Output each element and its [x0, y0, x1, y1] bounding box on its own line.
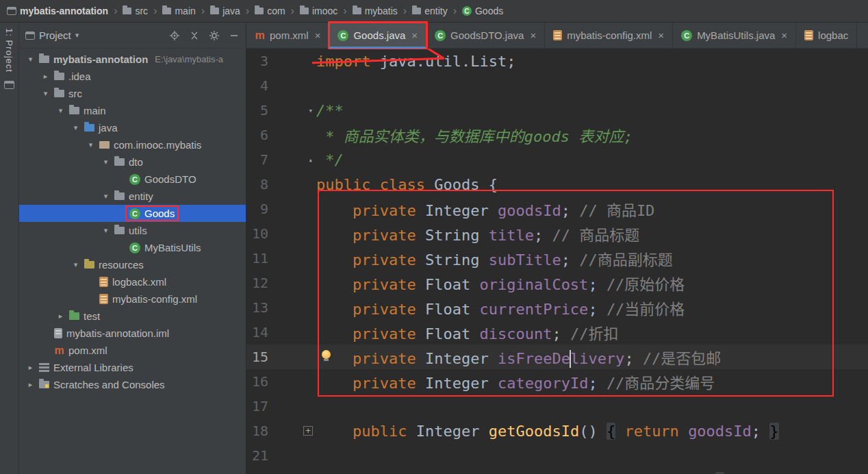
line-number[interactable]: 3 — [246, 53, 268, 69]
code-text[interactable]: private Integer isFreeDelivery; //是否包邮 — [316, 346, 868, 368]
unfold-marker-icon[interactable]: + — [303, 426, 313, 436]
tree-collapse-arrow-icon[interactable]: ▾ — [85, 140, 97, 149]
line-number[interactable]: 14 — [246, 324, 268, 340]
code-text[interactable]: */ — [316, 151, 868, 169]
code-line-6[interactable]: 6 * 商品实体类，与数据库中的goods 表对应; — [246, 123, 868, 147]
code-text[interactable]: private Integer goodsId; // 商品ID — [316, 198, 868, 220]
tree-expand-arrow-icon[interactable]: ▸ — [25, 363, 36, 372]
tree-item-mybatis-annotation-iml[interactable]: mybatis-annotation.iml — [19, 325, 246, 342]
tree-expand-arrow-icon[interactable]: ▸ — [25, 380, 36, 389]
line-number[interactable]: 15 — [246, 349, 268, 365]
close-tab-icon[interactable]: × — [315, 29, 321, 41]
tree-collapse-arrow-icon[interactable]: ▾ — [25, 55, 36, 64]
tree-item-dto[interactable]: ▾dto — [19, 153, 246, 171]
code-text[interactable]: private String title; // 商品标题 — [316, 223, 868, 245]
tree-item-utils[interactable]: ▾utils — [19, 222, 246, 239]
locate-file-icon[interactable] — [169, 30, 180, 41]
line-number[interactable]: 4 — [246, 77, 268, 94]
hide-panel-icon[interactable] — [229, 30, 240, 41]
tree-item-src[interactable]: ▾src — [19, 85, 246, 102]
tree-collapse-arrow-icon[interactable]: ▾ — [70, 260, 81, 269]
tree-expand-arrow-icon[interactable]: ▸ — [40, 72, 51, 81]
breadcrumb-item-entity[interactable]: entity — [412, 5, 447, 16]
breadcrumb-item-java[interactable]: java — [210, 5, 240, 16]
breadcrumb-item-mybatis-annotation[interactable]: mybatis-annotation — [7, 5, 108, 16]
code-line-3[interactable]: 3import java.util.List; — [246, 49, 868, 73]
tree-item-com-imooc-mybatis[interactable]: ▾com.imooc.mybatis — [19, 136, 246, 153]
line-number[interactable]: 11 — [246, 250, 268, 266]
fold-marker-icon[interactable]: ▴ — [308, 155, 313, 164]
tab-goods-java[interactable]: CGoods.java× — [329, 23, 426, 48]
tree-item-pom-xml[interactable]: mpom.xml — [19, 342, 246, 359]
code-text[interactable]: private Float discount; //折扣 — [316, 321, 868, 343]
tree-collapse-arrow-icon[interactable]: ▾ — [100, 226, 112, 235]
code-line-17[interactable]: 17 — [246, 394, 868, 419]
tree-item-mybatis-config-xml[interactable]: mybatis-config.xml — [19, 290, 246, 308]
code-line-22[interactable]: 22 public void setGoodsId(Integer goodsI… — [246, 468, 868, 474]
breadcrumb-item-src[interactable]: src — [123, 5, 148, 16]
tab-logbac[interactable]: logbac — [796, 23, 857, 48]
tree-item-java[interactable]: ▾java — [19, 119, 246, 136]
tree-collapse-arrow-icon[interactable]: ▾ — [55, 106, 66, 115]
code-line-11[interactable]: 11 private String subTitle; //商品副标题 — [246, 246, 868, 271]
tree-item-logback-xml[interactable]: logback.xml — [19, 273, 246, 290]
code-text[interactable]: private String subTitle; //商品副标题 — [316, 247, 868, 269]
tree-item-scratches-and-consoles[interactable]: ▸Scratches and Consoles — [19, 376, 246, 393]
breadcrumb-item-goods[interactable]: CGoods — [462, 5, 503, 16]
close-tab-icon[interactable]: × — [658, 29, 664, 41]
breadcrumb-item-imooc[interactable]: imooc — [300, 5, 337, 16]
code-line-18[interactable]: 18+ public Integer getGoodsId() { return… — [246, 419, 868, 443]
code-line-15[interactable]: 15 private Integer isFreeDelivery; //是否包… — [246, 345, 868, 369]
tab-pom-xml[interactable]: mpom.xml× — [246, 23, 329, 48]
code-line-21[interactable]: 21 — [246, 443, 868, 468]
line-number[interactable]: 6 — [246, 127, 268, 143]
tab-mybatisutils-java[interactable]: CMyBatisUtils.java× — [673, 23, 796, 48]
code-line-12[interactable]: 12 private Float originalCost; //原始价格 — [246, 271, 868, 295]
line-number[interactable]: 5 — [246, 102, 268, 118]
code-line-5[interactable]: 5▾/** — [246, 98, 868, 123]
code-line-4[interactable]: 4 — [246, 73, 868, 98]
code-text[interactable]: private Float originalCost; //原始价格 — [316, 272, 868, 294]
tree-collapse-arrow-icon[interactable]: ▾ — [100, 192, 112, 201]
close-tab-icon[interactable]: × — [781, 29, 787, 41]
collapse-all-icon[interactable] — [189, 30, 200, 41]
tree-item-mybatis-annotation[interactable]: ▾mybatis-annotationE:\java\mybatis-a — [19, 51, 246, 68]
line-number[interactable]: 13 — [246, 299, 268, 316]
code-line-16[interactable]: 16 private Integer categoryId; //商品分类编号 — [246, 369, 868, 394]
tree-item-entity[interactable]: ▾entity — [19, 188, 246, 205]
line-number[interactable]: 9 — [246, 201, 268, 217]
tree-item-external-libraries[interactable]: ▸External Libraries — [19, 359, 246, 376]
tree-item-goods[interactable]: CGoods — [19, 205, 246, 222]
tree-collapse-arrow-icon[interactable]: ▾ — [100, 158, 112, 166]
line-number[interactable]: 10 — [246, 225, 268, 242]
line-number[interactable]: 18 — [246, 423, 268, 439]
line-number[interactable]: 7 — [246, 151, 268, 168]
tree-item-idea[interactable]: ▸.idea — [19, 68, 246, 85]
breadcrumb-item-com[interactable]: com — [255, 5, 285, 16]
code-line-10[interactable]: 10 private String title; // 商品标题 — [246, 221, 868, 246]
close-tab-icon[interactable]: × — [411, 29, 418, 41]
code-line-9[interactable]: 9 private Integer goodsId; // 商品ID — [246, 197, 868, 221]
tree-collapse-arrow-icon[interactable]: ▾ — [40, 89, 51, 98]
tree-collapse-arrow-icon[interactable]: ▾ — [70, 123, 81, 132]
tree-item-goodsdto[interactable]: CGoodsDTO — [19, 171, 246, 188]
line-number[interactable]: 16 — [246, 373, 268, 390]
tree-item-mybatisutils[interactable]: CMyBatisUtils — [19, 239, 246, 256]
tree-item-test[interactable]: ▸test — [19, 308, 246, 325]
breadcrumb-item-main[interactable]: main — [162, 5, 195, 16]
code-line-14[interactable]: 14 private Float discount; //折扣 — [246, 320, 868, 345]
chevron-down-icon[interactable]: ▾ — [75, 31, 79, 40]
tab-mybatis-config-xml[interactable]: mybatis-config.xml× — [545, 23, 673, 48]
tree-item-main[interactable]: ▾main — [19, 102, 246, 119]
tree-expand-arrow-icon[interactable]: ▸ — [55, 312, 66, 321]
code-text[interactable]: public Integer getGoodsId() { return goo… — [316, 423, 868, 440]
code-line-8[interactable]: 8public class Goods { — [246, 172, 868, 197]
code-text[interactable]: /** — [316, 102, 868, 119]
line-number[interactable]: 8 — [246, 176, 268, 192]
line-number[interactable]: 12 — [246, 275, 268, 291]
code-text[interactable]: * 商品实体类，与数据库中的goods 表对应; — [316, 124, 868, 146]
breadcrumb-item-mybatis[interactable]: mybatis — [353, 5, 398, 16]
code-text[interactable]: private Float currentPrice; //当前价格 — [316, 297, 868, 319]
close-tab-icon[interactable]: × — [530, 29, 536, 41]
project-tool-window-button[interactable]: 1: Project — [4, 28, 14, 73]
